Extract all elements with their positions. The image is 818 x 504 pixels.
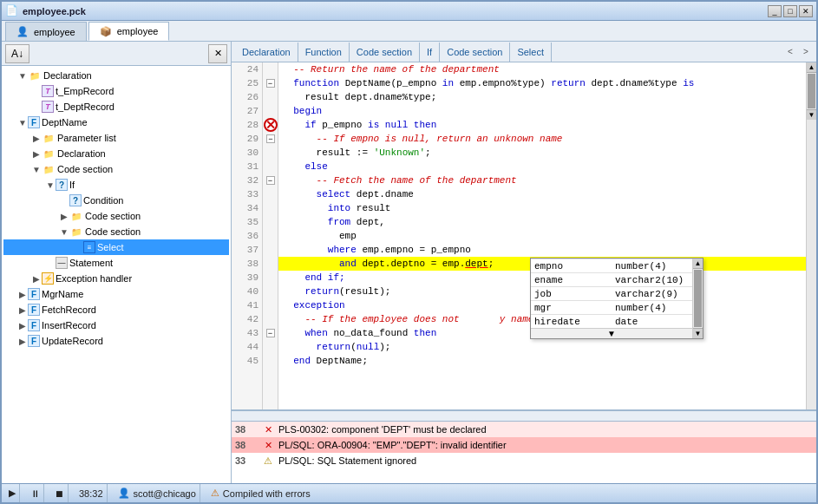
tree-label-statement: Statement	[69, 258, 113, 268]
message-row-3[interactable]: 33 ⚠ PL/SQL: SQL Statement ignored	[232, 453, 816, 468]
status-user: 👤 scott@chicago	[115, 484, 200, 502]
statement-icon: —	[56, 257, 68, 269]
minimize-button[interactable]: _	[768, 5, 782, 17]
autocomplete-scrollbar[interactable]: ▲ ▼	[692, 259, 703, 338]
tree-item-mgrname[interactable]: ▶ F MgrName	[3, 286, 229, 302]
breadcrumb-bar: Declaration Function Code section If Cod…	[232, 42, 816, 62]
status-pause-button[interactable]: ⏸	[27, 484, 44, 502]
autocomplete-row-hiredate[interactable]: hiredate date	[531, 314, 692, 328]
sidebar-toolbar: A↓ ✕	[2, 42, 231, 66]
message-row-1[interactable]: 38 ✕ PLS-00302: component 'DEPT' must be…	[232, 422, 816, 437]
tree-item-code-section2[interactable]: ▶ 📁 Code section	[3, 208, 229, 224]
autocomplete-type-mgr: number(4)	[612, 303, 692, 313]
tree-label-fetchrecord: FetchRecord	[42, 304, 96, 315]
breadcrumb-code-section2[interactable]: Code section	[440, 43, 510, 62]
code-lines[interactable]: -- Return the name of the department fun…	[278, 62, 806, 409]
autocomplete-scroll-down-button[interactable]: ▼	[693, 328, 703, 338]
scroll-thumb[interactable]	[808, 74, 815, 108]
breadcrumb-declaration[interactable]: Declaration	[235, 43, 298, 62]
msg-text-1: PLS-00302: component 'DEPT' must be decl…	[278, 424, 487, 435]
tree-item-code-section3[interactable]: ▼ 📁 Code section	[3, 224, 229, 239]
autocomplete-row-mgr[interactable]: mgr number(4)	[531, 300, 692, 314]
scroll-up-button[interactable]: ▲	[807, 62, 816, 73]
tree-label-t-emp-record: t_EmpRecord	[56, 86, 114, 96]
sidebar-tree[interactable]: ▼ 📁 Declaration T t_EmpRecord T t_Dep	[2, 66, 231, 483]
tree-item-select[interactable]: ≡ Select	[3, 239, 229, 255]
main-window: 📄 employee.pck _ □ ✕ 👤 employee 📦 employ…	[0, 0, 818, 504]
tab-employee-body[interactable]: 📦 employee	[88, 22, 170, 41]
status-position: 38:32	[75, 484, 108, 502]
fold-25[interactable]: −	[263, 76, 278, 90]
fold-37	[263, 257, 278, 271]
fold-41	[263, 312, 278, 326]
fold-28[interactable]: ✕	[263, 118, 278, 132]
breadcrumb-select[interactable]: Select	[510, 43, 552, 62]
autocomplete-row-ename[interactable]: ename varchar2(10)	[531, 272, 692, 286]
title-buttons: _ □ ✕	[768, 5, 813, 17]
breadcrumb-cs1-label: Code section	[357, 47, 412, 57]
tree-item-t-emp-record[interactable]: T t_EmpRecord	[3, 83, 229, 99]
ln-27: 27	[232, 104, 262, 118]
tab-employee-spec[interactable]: 👤 employee	[5, 22, 87, 41]
func-icon: F	[28, 116, 40, 128]
message-row-2[interactable]: 38 ✕ PL/SQL: ORA-00904: "EMP"."DEPT": in…	[232, 437, 816, 453]
fold-29	[263, 146, 278, 160]
tree-item-exception[interactable]: ▶ ⚡ Exception handler	[3, 271, 229, 286]
tree-item-param-list[interactable]: ▶ 📁 Parameter list	[3, 130, 229, 146]
tree-label-declaration: Declaration	[43, 70, 92, 81]
ln-40: 40	[232, 285, 262, 298]
status-play-button[interactable]: ▶	[5, 484, 20, 502]
autocomplete-row-empno[interactable]: empno number(4)	[531, 259, 692, 272]
autocomplete-scroll-thumb[interactable]	[694, 270, 702, 327]
fold-28b[interactable]: −	[263, 132, 278, 146]
messages-resize-handle[interactable]	[232, 411, 816, 422]
fold-40	[263, 298, 278, 312]
fold-38	[263, 271, 278, 285]
tree-item-declaration2[interactable]: ▶ 📁 Declaration	[3, 146, 229, 161]
close-button[interactable]: ✕	[799, 5, 813, 17]
tree-item-condition[interactable]: ? Condition	[3, 193, 229, 208]
autocomplete-row-job[interactable]: job varchar2(9)	[531, 286, 692, 300]
breadcrumb-prev-button[interactable]: <	[783, 45, 797, 59]
tree-item-insertrecord[interactable]: ▶ F InsertRecord	[3, 317, 229, 333]
tab-body-label: employee	[117, 26, 159, 36]
tab-spec-icon: 👤	[16, 26, 29, 37]
autocomplete-type-empno: number(4)	[612, 261, 692, 272]
tree-item-deptname[interactable]: ▼ F DeptName	[3, 115, 229, 130]
sort-icon: A↓	[11, 48, 23, 60]
autocomplete-popup[interactable]: empno number(4) ename varchar2(10) job v…	[530, 258, 703, 339]
tree-item-t-dept-record[interactable]: T t_DeptRecord	[3, 99, 229, 115]
tree-item-fetchrecord[interactable]: ▶ F FetchRecord	[3, 302, 229, 317]
breadcrumb-if[interactable]: If	[420, 43, 440, 62]
close-sidebar-button[interactable]: ✕	[208, 44, 227, 63]
ln-36: 36	[232, 229, 262, 243]
code-line-37: where emp.empno = p_empno	[278, 243, 806, 257]
folder-icon: 📁	[28, 69, 42, 82]
tree-item-code-section[interactable]: ▼ 📁 Code section	[3, 161, 229, 177]
tree-label-updaterecord: UpdateRecord	[42, 336, 103, 346]
code-line-28: if p_empno is null then	[278, 118, 806, 132]
condition-icon2: ?	[69, 194, 82, 206]
fold-24	[263, 62, 278, 76]
fold-31[interactable]: −	[263, 173, 278, 187]
breadcrumb-next-button[interactable]: >	[799, 45, 813, 59]
tree-item-declaration[interactable]: ▼ 📁 Declaration	[3, 68, 229, 83]
tree-item-if[interactable]: ▼ ? If	[3, 177, 229, 193]
breadcrumb-code-section1[interactable]: Code section	[350, 43, 420, 62]
editor-vertical-scrollbar[interactable]: ▲ ▼	[806, 62, 816, 409]
autocomplete-type-hiredate: date	[612, 317, 692, 327]
sort-button[interactable]: A↓	[5, 44, 29, 63]
autocomplete-name-ename: ename	[531, 275, 612, 285]
ln-33: 33	[232, 187, 262, 201]
tree-item-updaterecord[interactable]: ▶ F UpdateRecord	[3, 333, 229, 349]
status-stop-button[interactable]: ⏹	[51, 484, 69, 502]
tree-item-statement[interactable]: — Statement	[3, 255, 229, 271]
maximize-button[interactable]: □	[783, 5, 797, 17]
fold-42[interactable]: −	[263, 326, 278, 340]
scroll-down-button[interactable]: ▼	[807, 109, 816, 120]
breadcrumb-function[interactable]: Function	[298, 43, 350, 62]
autocomplete-scroll-up-button[interactable]: ▲	[693, 259, 703, 269]
title-bar: 📄 employee.pck _ □ ✕	[2, 2, 816, 21]
status-compile-icon: ⚠	[211, 488, 219, 499]
code-line-33: select dept.dname	[278, 187, 806, 201]
